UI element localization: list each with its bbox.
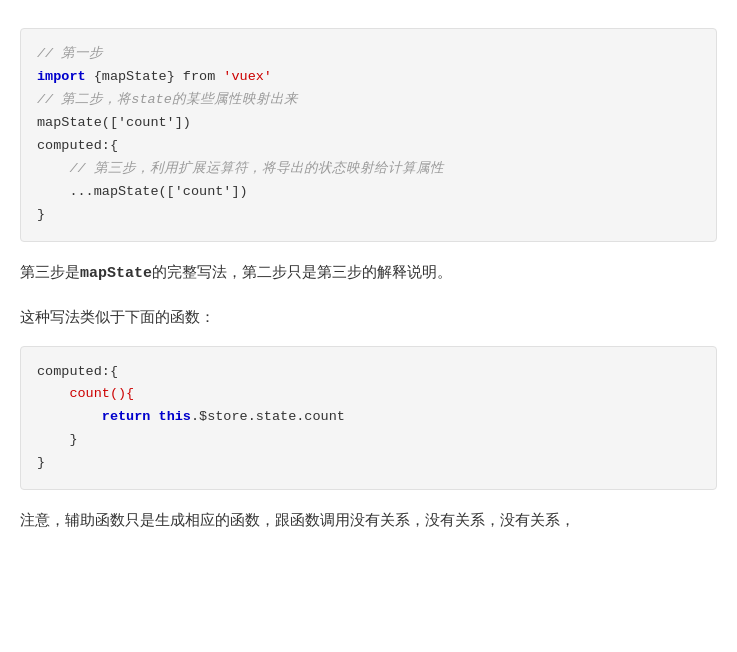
code-line-computed-open: computed:{ bbox=[37, 135, 700, 158]
code-line-count-fn: count(){ bbox=[37, 383, 700, 406]
inline-code-mapstate-1: mapState bbox=[80, 265, 152, 282]
code-block-1: // 第一步 import {mapState} from 'vuex' // … bbox=[20, 28, 717, 242]
code-line-computed-open-2: computed:{ bbox=[37, 361, 700, 384]
code-block-2: computed:{ count(){ return this.$store.s… bbox=[20, 346, 717, 491]
code-line-comment-1: // 第一步 bbox=[37, 43, 700, 66]
function-name-count: count(){ bbox=[69, 386, 134, 401]
code-line-close-brace-2: } bbox=[37, 429, 700, 452]
code-line-import: import {mapState} from 'vuex' bbox=[37, 66, 700, 89]
prose-text-3: 注意，辅助函数只是生成相应的函数，跟函数调用没有关系，没有关系，没有关系， bbox=[20, 506, 717, 533]
code-line-comment-3: // 第三步，利用扩展运算符，将导出的状态映射给计算属性 bbox=[37, 158, 700, 181]
prose-text-1: 第三步是mapState的完整写法，第二步只是第三步的解释说明。 bbox=[20, 258, 717, 287]
prose-text-2: 这种写法类似于下面的函数： bbox=[20, 303, 717, 330]
string-vuex: 'vuex' bbox=[223, 69, 272, 84]
page-container: // 第一步 import {mapState} from 'vuex' // … bbox=[0, 0, 737, 565]
code-line-comment-2: // 第二步，将state的某些属性映射出来 bbox=[37, 89, 700, 112]
code-line-return: return this.$store.state.count bbox=[37, 406, 700, 429]
code-line-spread: ...mapState(['count']) bbox=[37, 181, 700, 204]
keyword-this: this bbox=[159, 409, 191, 424]
code-line-close-brace-3: } bbox=[37, 452, 700, 475]
keyword-return: return bbox=[102, 409, 159, 424]
code-line-close-brace-1: } bbox=[37, 204, 700, 227]
code-mapstate-braces: {mapState} bbox=[94, 69, 183, 84]
keyword-import: import bbox=[37, 69, 94, 84]
code-line-mapstate1: mapState(['count']) bbox=[37, 112, 700, 135]
code-store-state-count: .$store.state.count bbox=[191, 409, 345, 424]
code-from: from bbox=[183, 69, 224, 84]
